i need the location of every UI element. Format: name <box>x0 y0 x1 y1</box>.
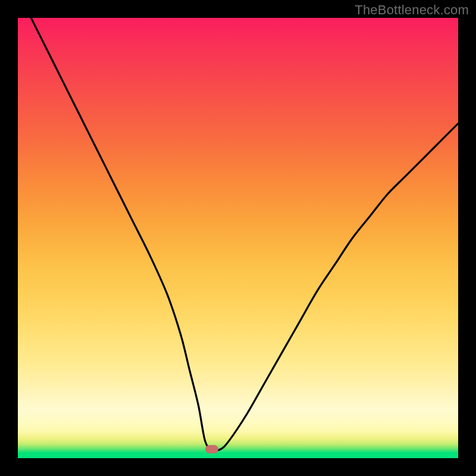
plot-area <box>18 18 458 458</box>
bottleneck-curve-path <box>31 18 458 450</box>
watermark-text: TheBottleneck.com <box>355 2 469 18</box>
minimum-marker <box>205 445 218 453</box>
curve-svg <box>18 18 458 458</box>
chart-frame: TheBottleneck.com <box>0 0 476 476</box>
